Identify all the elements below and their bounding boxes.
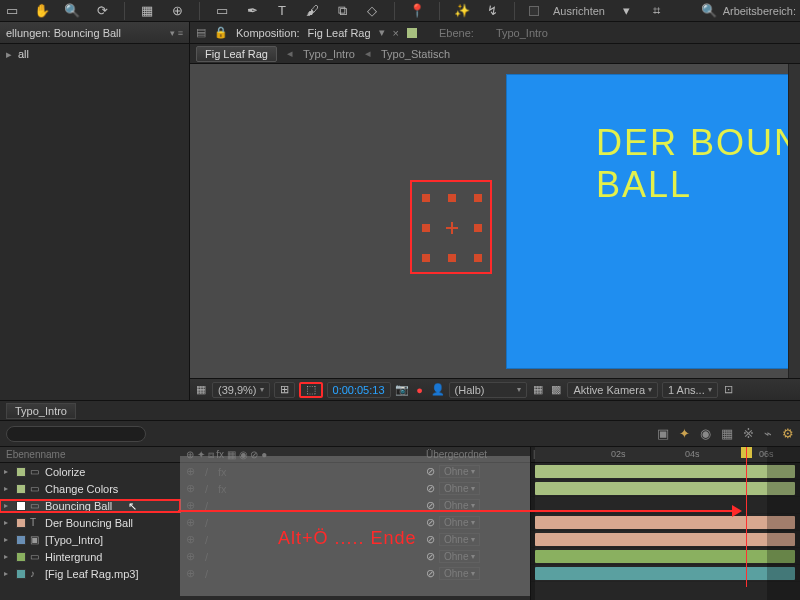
snapshot-icon[interactable]: 📷 bbox=[395, 383, 409, 397]
title-text-layer[interactable]: DER BOUNCING BALL bbox=[596, 122, 800, 206]
effects-panel-header[interactable]: ellungen: Bouncing Ball ▾ ≡ bbox=[0, 22, 189, 44]
local-axis-icon[interactable]: ↯ bbox=[484, 3, 500, 19]
magnify-icon[interactable]: ▦ bbox=[194, 383, 208, 397]
panel-grip-icon: ▤ bbox=[196, 26, 206, 39]
crumb-2[interactable]: Typo_Intro bbox=[303, 48, 355, 60]
frameblend-icon[interactable]: ▦ bbox=[721, 426, 733, 441]
brainstorm-icon[interactable]: ⚙ bbox=[782, 426, 794, 441]
resolution-dropdown[interactable]: (Halb)▾ bbox=[449, 382, 528, 398]
close-tab-icon[interactable]: × bbox=[393, 27, 399, 39]
zoom-dropdown[interactable]: (39,9%)▾ bbox=[212, 382, 270, 398]
view-controls: ▦ (39,9%)▾ ⊞ ⬚ 0:00:05:13 📷 ● 👤 (Halb)▾ … bbox=[190, 378, 800, 400]
stamp-tool-icon[interactable]: ⧉ bbox=[334, 3, 350, 19]
brush-tool-icon[interactable]: 🖌 bbox=[304, 3, 320, 19]
ebene-prefix: Ebene: bbox=[439, 27, 474, 39]
workspace-label: Arbeitsbereich: bbox=[723, 5, 796, 17]
view-opts-icon[interactable]: ⊡ bbox=[722, 383, 736, 397]
ebene-swatch bbox=[407, 28, 417, 38]
layer-row[interactable]: ▸▭Colorize ⊕/fx ⊘Ohne▾ bbox=[0, 463, 530, 480]
panel-menu-icon[interactable]: ▾ ≡ bbox=[170, 28, 183, 38]
composition-tabbar: ▤ 🔒 Komposition: Fig Leaf Rag ▾ × Ebene:… bbox=[190, 22, 800, 44]
ebene-name[interactable]: Typo_Intro bbox=[496, 27, 548, 39]
effects-panel: ellungen: Bouncing Ball ▾ ≡ ▸all bbox=[0, 22, 190, 400]
mask-icon[interactable]: 👤 bbox=[431, 383, 445, 397]
draft3d-icon[interactable]: ◉ bbox=[700, 426, 711, 441]
timeline-tab[interactable]: Typo_Intro bbox=[6, 403, 76, 419]
annotation-arrow-head bbox=[732, 505, 742, 517]
graph-icon[interactable]: ⌁ bbox=[764, 426, 772, 441]
timeline-tracks[interactable]: | 02s 04s 06s bbox=[530, 447, 800, 600]
shape-tool-icon[interactable]: ▭ bbox=[214, 3, 230, 19]
composition-canvas[interactable]: DER BOUNCING BALL bbox=[506, 74, 800, 369]
views-dropdown[interactable]: 1 Ans...▾ bbox=[662, 382, 718, 398]
switches-header: ⊕ ✦ ⧈ fx ▦ ◉ ⊘ ● bbox=[180, 449, 420, 461]
eraser-tool-icon[interactable]: ◇ bbox=[364, 3, 380, 19]
rotate-tool-icon[interactable]: ⟳ bbox=[94, 3, 110, 19]
channel-icon[interactable]: ● bbox=[413, 383, 427, 397]
layer-row[interactable]: ▸TDer Bouncing Ball ⊕/ ⊘Ohne▾ bbox=[0, 514, 530, 531]
breadcrumb: Fig Leaf Rag ◂ Typo_Intro ◂ Typo_Statisc… bbox=[190, 44, 800, 64]
hand-tool-icon[interactable]: ✋ bbox=[34, 3, 50, 19]
motionblur-icon[interactable]: ※ bbox=[743, 426, 754, 441]
effects-row-label[interactable]: all bbox=[18, 48, 29, 60]
timecode[interactable]: 0:00:05:13 bbox=[327, 382, 391, 398]
camera-dropdown[interactable]: Aktive Kamera▾ bbox=[567, 382, 658, 398]
grid-icon[interactable]: ▦ bbox=[531, 383, 545, 397]
snapping-icon[interactable]: ⌗ bbox=[649, 3, 665, 19]
layer-row-selected[interactable]: ▸▭Bouncing Ball ↖ ⊕/ ⊘Ohne▾ bbox=[0, 497, 530, 514]
res-grid-icon[interactable]: ⊞ bbox=[274, 382, 295, 398]
layer-row[interactable]: ▸▭Hintergrund ⊕/ ⊘Ohne▾ bbox=[0, 548, 530, 565]
parent-header: Übergeordnet bbox=[420, 449, 530, 460]
layer-row[interactable]: ▸♪[Fig Leaf Rag.mp3] ⊕/ ⊘Ohne▾ bbox=[0, 565, 530, 582]
current-time-indicator[interactable] bbox=[746, 447, 747, 587]
crumb-active[interactable]: Fig Leaf Rag bbox=[196, 46, 277, 62]
zoom-tool-icon[interactable]: 🔍 bbox=[64, 3, 80, 19]
snap-checkbox[interactable] bbox=[529, 6, 539, 16]
snap-dropdown-icon[interactable]: ▾ bbox=[619, 3, 635, 19]
viewport-scrollbar[interactable] bbox=[788, 64, 800, 378]
wand-tool-icon[interactable]: ✨ bbox=[454, 3, 470, 19]
layer-row[interactable]: ▸▭Change Colors ⊕/fx ⊘Ohne▾ bbox=[0, 480, 530, 497]
search-icon[interactable]: 🔍 bbox=[701, 3, 717, 19]
shy-icon[interactable]: ✦ bbox=[679, 426, 690, 441]
pin-tool-icon[interactable]: 📍 bbox=[409, 3, 425, 19]
time-ruler[interactable]: | 02s 04s 06s bbox=[531, 447, 800, 463]
pen-tool-icon[interactable]: ✒ bbox=[244, 3, 260, 19]
timeline-panel: Typo_Intro ▣ ✦ ◉ ▦ ※ ⌁ ⚙ Ebenenname ⊕ ✦ … bbox=[0, 400, 800, 600]
effects-panel-title: ellungen: Bouncing Ball bbox=[6, 27, 121, 39]
anchor-point-widget[interactable] bbox=[410, 180, 492, 274]
comp-prefix: Komposition: bbox=[236, 27, 300, 39]
text-tool-icon[interactable]: T bbox=[274, 3, 290, 19]
viewport[interactable]: DER BOUNCING BALL bbox=[190, 64, 800, 378]
app-toolbar: ▭ ✋ 🔍 ⟳ ▦ ⊕ ▭ ✒ T 🖌 ⧉ ◇ 📍 ✨ ↯ Ausrichten… bbox=[0, 0, 800, 22]
lock-icon[interactable]: 🔒 bbox=[214, 26, 228, 39]
checker-icon[interactable]: ▩ bbox=[549, 383, 563, 397]
layers-header: Ebenenname bbox=[0, 449, 180, 460]
cursor-icon: ↖ bbox=[128, 500, 137, 513]
annotation-text: Alt+Ö ..... Ende bbox=[278, 528, 417, 549]
selection-tool-icon[interactable]: ▭ bbox=[4, 3, 20, 19]
align-label: Ausrichten bbox=[553, 5, 605, 17]
roi-button[interactable]: ⬚ bbox=[299, 382, 323, 398]
layer-search-input[interactable] bbox=[6, 426, 146, 442]
crumb-3[interactable]: Typo_Statisch bbox=[381, 48, 450, 60]
camera-tool-icon[interactable]: ▦ bbox=[139, 3, 155, 19]
comp-mini-icon[interactable]: ▣ bbox=[657, 426, 669, 441]
anchor-tool-icon[interactable]: ⊕ bbox=[169, 3, 185, 19]
comp-name[interactable]: Fig Leaf Rag bbox=[308, 27, 371, 39]
layer-row[interactable]: ▸▣[Typo_Intro] ⊕/ ⊘Ohne▾ bbox=[0, 531, 530, 548]
